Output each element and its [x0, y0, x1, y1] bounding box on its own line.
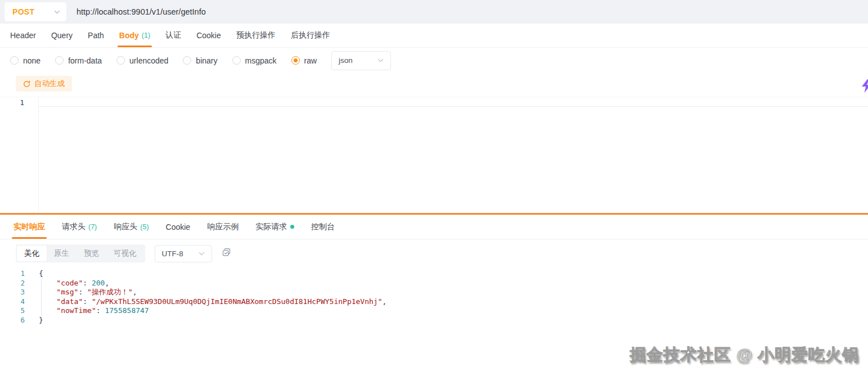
tab-label: 后执行操作 — [291, 30, 330, 40]
view-mode-option[interactable]: 美化 — [17, 246, 47, 261]
tab-label: 预执行操作 — [236, 30, 276, 40]
chevron-down-icon — [199, 252, 205, 256]
request-tab[interactable]: 后执行操作 — [291, 24, 330, 47]
tab-count-badge: (1) — [142, 31, 150, 39]
copy-icon — [222, 248, 231, 259]
response-tab[interactable]: 控制台 — [311, 215, 335, 239]
body-type-radio[interactable]: binary — [183, 56, 217, 65]
radio-icon — [116, 56, 125, 65]
tab-label: 认证 — [165, 30, 181, 40]
request-tab[interactable]: Header — [10, 24, 36, 47]
view-mode-label: 原生 — [54, 249, 69, 257]
body-type-radio[interactable]: msgpack — [232, 56, 277, 65]
request-tab[interactable]: 预执行操作 — [236, 24, 276, 47]
view-mode-label: 预览 — [84, 249, 99, 257]
auto-generate-button[interactable]: 自动生成 — [16, 76, 72, 92]
line-number: 2 — [0, 279, 25, 288]
radio-label: form-data — [68, 56, 102, 65]
tab-label: 实际请求 — [255, 222, 287, 232]
view-mode-option[interactable]: 预览 — [77, 246, 106, 261]
auto-generate-label: 自动生成 — [34, 79, 65, 89]
response-tab[interactable]: 实际请求 — [255, 215, 294, 239]
tab-label: 请求头 — [62, 222, 86, 232]
tab-label: 实时响应 — [14, 222, 45, 232]
code-line: } — [39, 316, 868, 325]
active-line-highlight — [39, 97, 868, 107]
tab-label: Query — [51, 31, 73, 40]
body-type-options: none form-data urlencoded binary msgpack — [10, 56, 317, 65]
tab-count-badge: (7) — [88, 223, 97, 231]
radio-icon — [183, 56, 191, 65]
code-line: { — [39, 269, 868, 279]
response-tabs: 实时响应 请求头 (7) 响应头 (5) Cookie 响应示例 实际请求 — [0, 215, 868, 239]
tab-label: Cookie — [196, 31, 221, 40]
radio-icon — [291, 56, 300, 65]
line-number: 3 — [0, 288, 25, 297]
request-tab[interactable]: Cookie — [196, 24, 221, 47]
radio-label: raw — [304, 56, 317, 65]
code-line: "data": "/wPKxThL5SEW93D0ULm9Uq0DQjImIE0… — [39, 297, 868, 307]
line-number: 1 — [0, 269, 25, 279]
radio-icon — [232, 56, 241, 65]
code-line: "msg": "操作成功！", — [39, 288, 868, 297]
view-mode-option[interactable]: 可视化 — [106, 246, 144, 261]
response-toolbar: 美化 原生 预览 可视化 UTF-8 — [0, 239, 868, 267]
view-mode-label: 可视化 — [114, 249, 137, 257]
url-input[interactable]: http://localhost:9901/v1/user/getInfo — [77, 7, 206, 16]
method-label: POST — [12, 7, 34, 16]
code-line: "code": 200, — [39, 279, 868, 288]
watermark-text: 掘金技术社区 @ 小明爱吃火锅 — [630, 344, 859, 366]
raw-type-select[interactable]: json — [331, 51, 391, 70]
body-type-radio[interactable]: none — [10, 56, 41, 65]
body-type-radio[interactable]: raw — [291, 56, 317, 65]
response-code-lines: { "code": 200, "msg": "操作成功！", "data": "… — [39, 269, 868, 325]
copy-response-button[interactable] — [222, 248, 231, 259]
response-tab[interactable]: Cookie — [166, 215, 191, 239]
raw-type-value: json — [339, 56, 353, 65]
request-tab[interactable]: Path — [88, 24, 104, 47]
tab-label: Header — [10, 31, 36, 40]
radio-label: binary — [196, 56, 217, 65]
tab-label: Body — [119, 31, 139, 40]
radio-icon — [10, 56, 19, 65]
request-tabs: Header Query Path Body (1) 认证 Cookie 预执行… — [0, 24, 868, 48]
radio-icon — [55, 56, 64, 65]
line-number: 5 — [0, 306, 25, 316]
tab-label: 响应头 — [114, 222, 137, 232]
radio-label: urlencoded — [129, 56, 168, 65]
view-mode-switch: 美化 原生 预览 可视化 — [16, 244, 145, 262]
response-tab[interactable]: 响应头 (5) — [114, 215, 149, 239]
request-tab[interactable]: Query — [51, 24, 73, 47]
status-dot — [290, 225, 294, 229]
request-tab[interactable]: 认证 — [165, 24, 181, 47]
radio-label: none — [23, 56, 41, 65]
view-mode-label: 美化 — [24, 249, 39, 257]
response-body-viewer[interactable]: 123456 { "code": 200, "msg": "操作成功！", "d… — [0, 267, 868, 325]
tab-count-badge: (5) — [140, 223, 149, 231]
tab-label: 响应示例 — [207, 222, 239, 232]
view-mode-option[interactable]: 原生 — [47, 246, 77, 261]
code-line: "nowTime": 1755858747 — [39, 306, 868, 316]
line-number: 1 — [20, 98, 24, 107]
request-tab[interactable]: Body (1) — [119, 24, 150, 47]
tab-label: Cookie — [166, 223, 191, 232]
request-body-editor[interactable]: 1 — [0, 97, 868, 213]
response-tab[interactable]: 请求头 (7) — [62, 215, 97, 239]
method-select[interactable]: POST — [5, 2, 66, 21]
encoding-select[interactable]: UTF-8 — [155, 245, 212, 262]
response-tab[interactable]: 响应示例 — [207, 215, 239, 239]
line-number: 4 — [0, 297, 25, 307]
tab-label: Path — [88, 31, 104, 40]
response-tab[interactable]: 实时响应 — [14, 215, 45, 239]
response-editor-gutter: 123456 — [0, 269, 39, 325]
auto-generate-row: 自动生成 — [0, 73, 868, 97]
body-type-radio[interactable]: urlencoded — [116, 56, 168, 65]
refresh-icon — [23, 80, 30, 88]
tab-label: 控制台 — [311, 222, 335, 232]
radio-label: msgpack — [245, 56, 277, 65]
chevron-down-icon — [377, 58, 384, 62]
request-editor-gutter: 1 — [0, 97, 39, 213]
body-type-radio[interactable]: form-data — [55, 56, 102, 65]
request-editor-content[interactable] — [39, 97, 868, 213]
line-number: 6 — [0, 316, 25, 325]
